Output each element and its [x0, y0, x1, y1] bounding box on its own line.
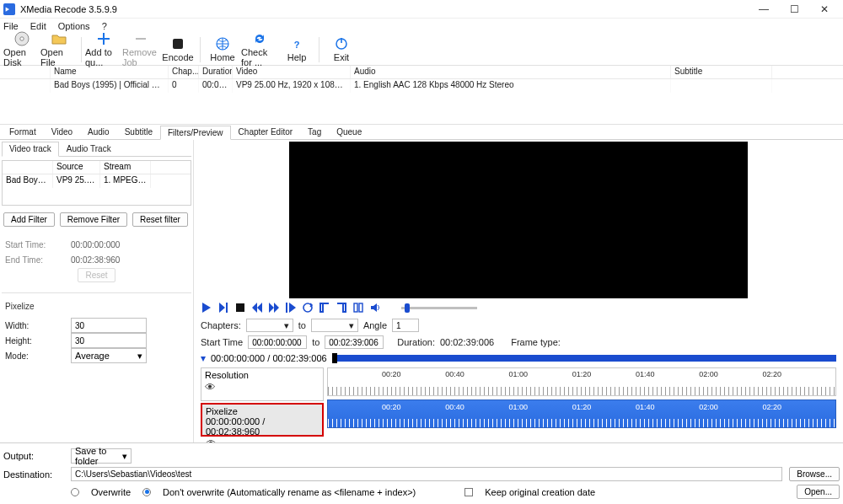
mark-out-icon[interactable] — [336, 302, 347, 314]
output-select[interactable]: Save to folder▾ — [71, 448, 132, 464]
tick-label: 02:20 — [762, 403, 781, 411]
destination-input[interactable] — [71, 467, 782, 481]
menu-options[interactable]: Options — [58, 21, 90, 31]
check-update-button[interactable]: Check for ... — [241, 35, 278, 65]
job-row[interactable]: Bad Boys (1995) | Official Trailer.mp4 0… — [0, 79, 843, 93]
svg-rect-3 — [136, 38, 146, 40]
menu-edit[interactable]: Edit — [30, 21, 46, 31]
tick-label: 01:00 — [508, 370, 528, 378]
end-time-value: 00:02:38:960 — [71, 255, 120, 265]
source-row[interactable]: Bad Boys (1... VP9 25.00 ... 1. MPEG-4 .… — [3, 174, 191, 188]
width-input[interactable] — [71, 318, 147, 333]
exit-button[interactable]: Exit — [323, 35, 360, 65]
tab-tag[interactable]: Tag — [300, 125, 329, 139]
tab-chapter-editor[interactable]: Chapter Editor — [231, 125, 300, 139]
filter-item-pixelize[interactable]: Pixelize 00:00:00:000 / 00:02:38:960 👁 — [201, 403, 324, 437]
loop-icon[interactable] — [302, 302, 314, 314]
reset-filter-button[interactable]: Reset filter — [132, 212, 188, 227]
height-input[interactable] — [71, 333, 147, 348]
chevron-down-icon: ▾ — [349, 320, 354, 331]
job-list: Name Chap... Duration Video Audio Subtit… — [0, 66, 843, 125]
start-time-input[interactable] — [248, 335, 307, 349]
tab-video[interactable]: Video — [44, 125, 80, 139]
filter-item-resolution[interactable]: Resolution 👁 — [201, 367, 324, 401]
minimize-button[interactable]: — — [749, 1, 779, 18]
toolbar: Open Disk Open File Add to qu... Remove … — [0, 34, 843, 66]
eye-icon[interactable]: 👁 — [205, 381, 216, 394]
source-table: Source Stream Bad Boys (1... VP9 25.00 .… — [2, 160, 191, 206]
angle-input[interactable] — [392, 319, 419, 332]
mark-in-icon[interactable] — [319, 302, 330, 314]
forward-icon[interactable] — [268, 302, 280, 314]
tick-label: 02:00 — [699, 370, 718, 378]
filter-list: Resolution 👁 Pixelize 00:00:00:000 / 00:… — [201, 367, 324, 437]
col-chapter[interactable]: Chap... — [169, 66, 199, 78]
stop-icon[interactable] — [234, 302, 246, 314]
bottom-bar: Output: Save to folder▾ Destination: Bro… — [0, 442, 843, 504]
menu-file[interactable]: File — [3, 21, 19, 31]
tab-audio[interactable]: Audio — [80, 125, 117, 139]
col-duration[interactable]: Duration — [199, 66, 233, 78]
video-preview[interactable] — [289, 142, 748, 298]
preview-panel: Chapters: ▾ to ▾ Angle Start Time to Dur… — [194, 140, 843, 447]
add-to-queue-button[interactable]: Add to qu... — [85, 35, 122, 65]
mode-label: Mode: — [5, 351, 66, 361]
position-bar[interactable] — [332, 355, 836, 362]
open-file-button[interactable]: Open File — [40, 35, 78, 65]
left-panel: Video track Audio Track Source Stream Ba… — [0, 140, 194, 447]
tick-label: 01:20 — [572, 370, 592, 378]
seek-slider[interactable] — [401, 307, 477, 309]
chapters-label: Chapters: — [201, 320, 241, 330]
disc-icon — [14, 31, 30, 46]
end-time-input[interactable] — [325, 335, 384, 349]
menu-help[interactable]: ? — [102, 21, 107, 31]
volume-icon[interactable] — [369, 302, 381, 314]
col-video[interactable]: Video — [233, 66, 351, 78]
maximize-button[interactable]: ☐ — [779, 1, 809, 18]
tab-subtitle[interactable]: Subtitle — [117, 125, 160, 139]
start-time-label: Start Time: — [5, 240, 66, 249]
help-button[interactable]: ?Help — [278, 35, 315, 65]
overwrite-radio[interactable] — [71, 488, 79, 496]
svg-rect-13 — [359, 303, 362, 312]
settings-icon[interactable] — [352, 302, 364, 314]
width-label: Width: — [5, 321, 66, 330]
add-filter-button[interactable]: Add Filter — [3, 212, 55, 227]
skip-end-icon[interactable] — [217, 302, 229, 314]
open-disk-button[interactable]: Open Disk — [3, 35, 40, 65]
tab-format[interactable]: Format — [2, 125, 44, 139]
power-icon — [334, 36, 349, 51]
chapter-from-select[interactable]: ▾ — [246, 319, 293, 332]
dont-overwrite-radio[interactable] — [142, 488, 151, 496]
tab-queue[interactable]: Queue — [329, 125, 369, 139]
play-icon[interactable] — [201, 302, 212, 314]
col-subtitle[interactable]: Subtitle — [671, 66, 772, 78]
svg-rect-8 — [341, 38, 342, 43]
start-time-label2: Start Time — [201, 337, 243, 347]
tab-audio-track[interactable]: Audio Track — [59, 142, 119, 156]
home-button[interactable]: Home — [204, 35, 241, 65]
col-stream[interactable]: Stream — [100, 161, 151, 174]
encode-button[interactable]: Encode — [159, 35, 196, 65]
tick-label: 02:00 — [699, 403, 718, 411]
rewind-icon[interactable] — [251, 302, 263, 314]
browse-button[interactable]: Browse... — [789, 467, 840, 481]
chevron-down-icon[interactable]: ▾ — [201, 352, 206, 364]
svg-rect-4 — [173, 39, 183, 49]
tab-filters-preview[interactable]: Filters/Preview — [160, 126, 231, 140]
chapter-to-select[interactable]: ▾ — [311, 319, 358, 332]
timeline-ruler-bottom[interactable]: 00:2000:4001:0001:2001:4002:0002:20 — [327, 399, 836, 428]
remove-filter-button[interactable]: Remove Filter — [60, 212, 127, 227]
col-audio[interactable]: Audio — [351, 66, 671, 78]
tab-video-track[interactable]: Video track — [2, 142, 59, 157]
position-text: 00:00:00:000 / 00:02:39:006 — [211, 353, 327, 363]
timeline-ruler-top[interactable]: 00:2000:4001:0001:2001:4002:0002:20 — [327, 367, 836, 396]
col-name[interactable]: Name — [51, 66, 169, 78]
step-icon[interactable] — [285, 302, 297, 314]
open-folder-button[interactable]: Open... — [797, 485, 840, 499]
mode-select[interactable]: Average▾ — [71, 348, 147, 363]
col-source[interactable]: Source — [53, 161, 100, 174]
job-list-header: Name Chap... Duration Video Audio Subtit… — [0, 66, 843, 79]
keep-date-checkbox[interactable] — [464, 488, 473, 496]
close-button[interactable]: ✕ — [809, 1, 840, 18]
